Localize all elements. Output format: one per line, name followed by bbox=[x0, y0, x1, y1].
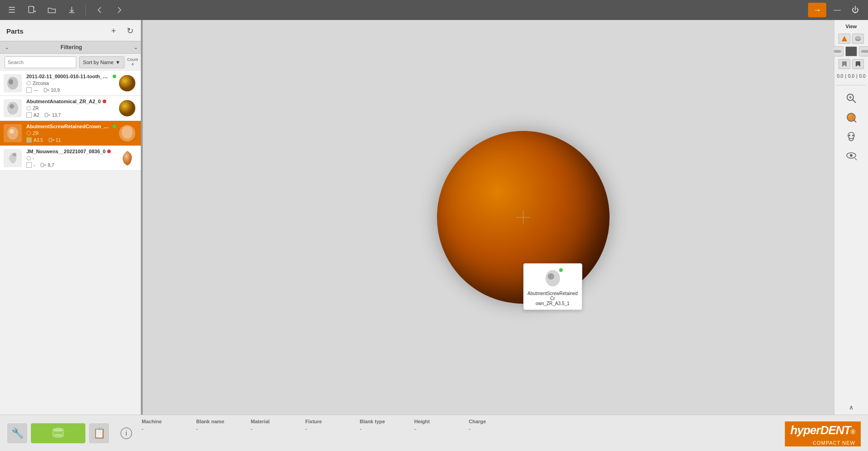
list-item[interactable]: 2011-02-11_00001-010-11-tooth_withou... … bbox=[0, 71, 143, 96]
minimize-button[interactable]: — bbox=[830, 3, 844, 17]
search-view-button[interactable] bbox=[841, 90, 861, 106]
tooltip-status-dot bbox=[559, 268, 563, 272]
logo-inner: hyper DENT ® bbox=[785, 421, 861, 439]
wrench-button[interactable]: 🔧 bbox=[7, 423, 27, 443]
tooltip-thumbnail bbox=[542, 267, 564, 289]
material-icon: ⬡ bbox=[26, 155, 31, 161]
edit-view-button[interactable] bbox=[841, 128, 861, 145]
coord-sep1: | bbox=[845, 74, 846, 79]
info-button[interactable]: i bbox=[118, 425, 134, 441]
refresh-button[interactable]: ↻ bbox=[124, 25, 136, 37]
svg-point-29 bbox=[855, 36, 861, 40]
part-detail-material: ⬡ ZR bbox=[26, 105, 116, 111]
collapse-panel-button[interactable]: ∧ bbox=[849, 404, 853, 411]
view-disk-button[interactable] bbox=[845, 46, 857, 56]
svg-point-7 bbox=[119, 75, 135, 91]
viewport[interactable]: AbutmentScrewRetainedCrown_ZR_A3.5_1 bbox=[143, 20, 834, 415]
view-top-row bbox=[838, 34, 864, 44]
color-label: A2 bbox=[34, 113, 39, 118]
left-panel: Parts + ↻ ⌄ Filtering ⌄ Sort by Name ▼ C… bbox=[0, 20, 143, 415]
download-icon[interactable] bbox=[65, 4, 78, 16]
svg-marker-27 bbox=[842, 36, 847, 41]
add-part-button[interactable]: + bbox=[107, 25, 120, 37]
svg-rect-32 bbox=[861, 50, 868, 53]
list-item[interactable]: AbutmentScrewRetainedCrown_ZR_A3... ⬡ ZR… bbox=[0, 121, 143, 146]
highlight-view-button[interactable] bbox=[841, 109, 861, 125]
view-mid-row bbox=[832, 46, 868, 56]
svg-point-38 bbox=[848, 115, 851, 117]
view-cone-button[interactable] bbox=[838, 34, 850, 44]
hyperdent-logo: hyper DENT ® COMPACT NEW bbox=[785, 421, 861, 446]
sort-label: Sort by Name bbox=[83, 60, 114, 65]
view-bot-row bbox=[838, 59, 864, 69]
status-dot bbox=[113, 75, 116, 78]
toolbar-divider bbox=[85, 5, 86, 15]
svg-point-21 bbox=[13, 153, 16, 156]
filtering-bar[interactable]: ⌄ Filtering ⌄ bbox=[0, 41, 143, 54]
part-tooltip: AbutmentScrewRetainedCrown_ZR_A3.5_1 bbox=[523, 263, 582, 310]
forward-icon[interactable] bbox=[113, 4, 126, 16]
clipboard-button[interactable]: 📋 bbox=[89, 423, 109, 443]
view-shape-button[interactable] bbox=[852, 34, 864, 44]
open-folder-icon[interactable] bbox=[45, 4, 58, 16]
bottom-left-icons: 🔧 📋 bbox=[7, 423, 109, 443]
list-item[interactable]: JM_Nouwens__20221007_0836_0 ⬡ - - 8,7 bbox=[0, 146, 143, 171]
database-button[interactable] bbox=[31, 423, 85, 443]
part-name-row: JM_Nouwens__20221007_0836_0 bbox=[26, 149, 116, 154]
color-label: --- bbox=[34, 88, 38, 93]
material-label: ZR bbox=[33, 106, 39, 111]
part-right-thumb bbox=[118, 149, 136, 167]
svg-rect-30 bbox=[834, 50, 841, 53]
sort-button[interactable]: Sort by Name ▼ bbox=[79, 56, 124, 68]
part-info: AbutmentScrewRetainedCrown_ZR_A3... ⬡ ZR… bbox=[26, 124, 116, 143]
part-detail-color: A2 13,7 bbox=[26, 112, 116, 118]
color-swatch bbox=[26, 137, 32, 143]
status-dot bbox=[107, 150, 111, 153]
menu-icon[interactable]: ☰ bbox=[5, 4, 18, 16]
top-bar-left: ☰ bbox=[5, 4, 126, 16]
svg-rect-16 bbox=[49, 138, 52, 142]
part-info: 2011-02-11_00001-010-11-tooth_withou... … bbox=[26, 74, 116, 93]
fixture-value: - bbox=[305, 426, 342, 431]
height-col: Height - bbox=[414, 419, 451, 431]
tooltip-name: AbutmentScrewRetainedCrown_ZR_A3.5_1 bbox=[527, 291, 578, 306]
part-name: AbutmentScrewRetainedCrown_ZR_A3... bbox=[26, 124, 111, 129]
svg-rect-0 bbox=[29, 6, 34, 13]
search-input[interactable] bbox=[5, 56, 76, 68]
svg-line-34 bbox=[853, 100, 856, 103]
part-name: 2011-02-11_00001-010-11-tooth_withou... bbox=[26, 74, 111, 79]
view-bookmark-left[interactable] bbox=[838, 59, 850, 69]
filtering-chevron-left: ⌄ bbox=[5, 44, 9, 50]
charge-label: Charge bbox=[469, 419, 505, 424]
svg-text:i: i bbox=[125, 430, 127, 437]
panel-resize-handle[interactable] bbox=[141, 20, 143, 415]
part-detail-material: ⬡ Zirconia bbox=[26, 80, 116, 86]
size-value: 11 bbox=[56, 138, 61, 143]
part-name-row: 2011-02-11_00001-010-11-tooth_withou... bbox=[26, 74, 116, 79]
arrow-right-button[interactable]: → bbox=[808, 3, 826, 17]
blank-type-col: Blank type - bbox=[360, 419, 396, 431]
new-file-icon[interactable] bbox=[25, 4, 38, 16]
svg-point-13 bbox=[119, 100, 135, 116]
color-label: - bbox=[34, 163, 35, 168]
list-item[interactable]: AbutmentAnatomical_ZR_A2_0 ⬡ ZR A2 13,7 bbox=[0, 96, 143, 121]
filtering-label: Filtering bbox=[60, 44, 82, 50]
part-right-thumb bbox=[118, 74, 136, 92]
blank-name-col: Blank name - bbox=[196, 419, 233, 431]
machine-col: Machine - bbox=[142, 419, 178, 431]
back-icon[interactable] bbox=[93, 4, 106, 16]
view-right-ext[interactable] bbox=[859, 46, 868, 56]
height-value: - bbox=[414, 426, 451, 431]
svg-point-45 bbox=[850, 154, 853, 157]
part-detail-material: ⬡ - bbox=[26, 155, 116, 161]
power-button[interactable]: ⏻ bbox=[848, 3, 863, 17]
part-info: AbutmentAnatomical_ZR_A2_0 ⬡ ZR A2 13,7 bbox=[26, 99, 116, 118]
top-bar: ☰ bbox=[0, 0, 868, 20]
part-detail-color: --- 10,9 bbox=[26, 87, 116, 93]
eye-view-button[interactable] bbox=[841, 147, 861, 164]
top-bar-right: → — ⏻ bbox=[808, 3, 863, 17]
view-coords: 0.0 | 0.0 | 0.0 bbox=[837, 74, 866, 79]
part-thumbnail bbox=[4, 99, 22, 117]
svg-point-43 bbox=[852, 135, 854, 136]
view-bookmark-right[interactable] bbox=[852, 59, 864, 69]
